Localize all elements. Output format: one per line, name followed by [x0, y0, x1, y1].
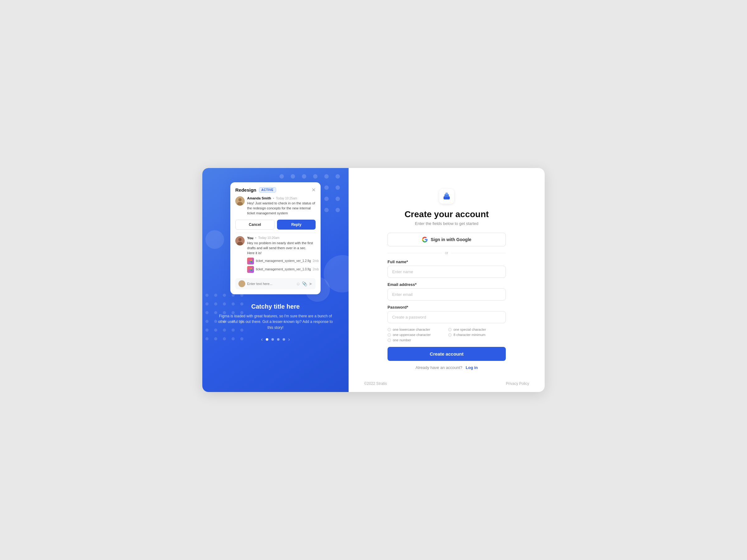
carousel-prev[interactable]: ‹ — [261, 337, 263, 342]
chat-actions: Cancel Reply — [235, 220, 316, 230]
page-heading: Create your account — [405, 209, 489, 219]
or-divider: or — [387, 251, 506, 255]
left-panel: Redesign ACTIVE ✕ Amanda Smith — [202, 168, 349, 392]
file-name-1: ticket_management_system_ver_1.2.fig — [256, 259, 311, 263]
chat-card-header: Redesign ACTIVE ✕ — [235, 187, 316, 193]
create-account-button[interactable]: Create account — [387, 347, 506, 361]
brand-logo — [439, 189, 454, 204]
req-label-char-min: 8 character minimum — [454, 333, 486, 337]
chat-input-row: ☺ 📎 ➤ — [235, 278, 316, 289]
input-avatar — [238, 280, 245, 287]
emoji-icon[interactable]: ☺ — [296, 281, 300, 286]
avatar-you — [235, 236, 244, 245]
carousel-dot-4[interactable] — [283, 338, 285, 341]
right-footer: ©2022 Stratis Privacy Policy — [364, 378, 529, 386]
msg-author-2: You — [247, 236, 253, 240]
figma-icon-1 — [247, 258, 254, 264]
google-btn-label: Sign in with Google — [431, 237, 471, 242]
req-circle-char-min — [448, 333, 452, 337]
send-icon[interactable]: ➤ — [309, 281, 312, 286]
figma-icon-2 — [247, 266, 254, 273]
full-name-label: Full name* — [387, 260, 506, 264]
req-uppercase: one uppercase character — [387, 333, 445, 337]
password-group: Password* — [387, 305, 506, 323]
password-input[interactable] — [387, 311, 506, 323]
req-special: one special character — [448, 328, 506, 331]
req-label-uppercase: one uppercase character — [393, 333, 431, 337]
req-label-lowercase: one lowercase character — [393, 328, 430, 331]
msg-text-2: Hey no problem im nearly dont with the f… — [247, 241, 319, 256]
file-size-2: 2mb — [313, 268, 319, 271]
file-attachment-1: ticket_management_system_ver_1.2.fig 2mb — [247, 258, 319, 264]
footer-privacy[interactable]: Privacy Policy — [506, 381, 529, 386]
msg-content-1: Amanda Smith • Today 10:25am Hey! Just w… — [247, 196, 316, 216]
form-area: Create your account Enter the fields bel… — [364, 181, 529, 378]
password-label: Password* — [387, 305, 506, 310]
email-input[interactable] — [387, 288, 506, 300]
req-char-min: 8 character minimum — [448, 333, 506, 337]
svg-point-1 — [238, 198, 241, 201]
chat-text-input[interactable] — [247, 282, 294, 286]
right-panel: Create your account Enter the fields bel… — [349, 168, 545, 392]
chat-icons: ☺ 📎 ➤ — [296, 281, 312, 286]
chat-title: Redesign — [235, 187, 256, 193]
cancel-button[interactable]: Cancel — [235, 220, 275, 230]
req-label-number: one number — [393, 338, 411, 342]
msg-text-1: Hey! Just wanted to check in on the stat… — [247, 201, 316, 216]
msg-content-2: You • Today 10:26am Hey no problem im ne… — [247, 236, 319, 274]
req-lowercase: one lowercase character — [387, 328, 445, 331]
file-attachment-2: ticket_management_system_ver_1.0.fig 2mb — [247, 266, 319, 273]
reply-button[interactable]: Reply — [277, 220, 316, 230]
google-signin-button[interactable]: Sign in with Google — [387, 233, 506, 246]
req-number: one number — [387, 338, 445, 342]
req-circle-special — [448, 328, 452, 331]
google-g-icon — [422, 237, 428, 242]
req-circle-lowercase — [387, 328, 391, 331]
msg-author-1: Amanda Smith — [247, 196, 271, 200]
carousel-next[interactable]: › — [288, 337, 290, 342]
footer-copyright: ©2022 Stratis — [364, 381, 387, 386]
full-name-input[interactable] — [387, 266, 506, 278]
svg-point-4 — [238, 238, 241, 241]
file-name-2: ticket_management_system_ver_1.0.fig — [256, 268, 311, 271]
main-card: Redesign ACTIVE ✕ Amanda Smith — [202, 168, 545, 392]
attachment-icon[interactable]: 📎 — [302, 281, 307, 286]
chat-card: Redesign ACTIVE ✕ Amanda Smith — [230, 182, 320, 294]
carousel-dot-3[interactable] — [277, 338, 280, 341]
msg-meta-2: You • Today 10:26am — [247, 236, 319, 240]
req-circle-number — [387, 339, 391, 342]
message-block-1: Amanda Smith • Today 10:25am Hey! Just w… — [235, 196, 316, 216]
slide-content: Catchy title here Figma is loaded with g… — [212, 303, 339, 343]
close-icon[interactable]: ✕ — [312, 188, 316, 193]
active-badge: ACTIVE — [259, 187, 276, 193]
svg-point-9 — [251, 261, 252, 262]
msg-meta-1: Amanda Smith • Today 10:25am — [247, 196, 316, 200]
email-label: Email address* — [387, 282, 506, 287]
carousel-dot-1[interactable] — [266, 338, 268, 341]
login-link[interactable]: Log in — [466, 365, 478, 370]
or-text: or — [445, 251, 448, 255]
login-link-row: Already have an account? Log in — [415, 365, 478, 370]
message-block-2: You • Today 10:26am Hey no problem im ne… — [235, 236, 316, 274]
carousel-controls: ‹ › — [218, 337, 333, 342]
file-size-1: 2mb — [313, 259, 319, 263]
slide-description: Figma is loaded with great features, so … — [218, 313, 333, 331]
avatar-amanda — [235, 196, 244, 206]
msg-time-2: Today 10:26am — [258, 236, 279, 240]
or-line-right — [451, 253, 506, 253]
full-name-group: Full name* — [387, 260, 506, 278]
email-group: Email address* — [387, 282, 506, 300]
svg-point-13 — [251, 269, 252, 271]
password-requirements: one lowercase character one special char… — [387, 328, 506, 342]
msg-time-1: Today 10:25am — [276, 196, 297, 200]
slide-title: Catchy title here — [218, 303, 333, 310]
req-label-special: one special character — [454, 328, 486, 331]
svg-rect-16 — [445, 193, 448, 195]
login-prompt-text: Already have an account? — [415, 365, 462, 370]
divider — [235, 233, 316, 233]
req-circle-uppercase — [387, 333, 391, 337]
or-line-left — [387, 253, 442, 253]
carousel-dot-2[interactable] — [272, 338, 274, 341]
page-subheading: Enter the fields below to get started — [415, 221, 479, 226]
